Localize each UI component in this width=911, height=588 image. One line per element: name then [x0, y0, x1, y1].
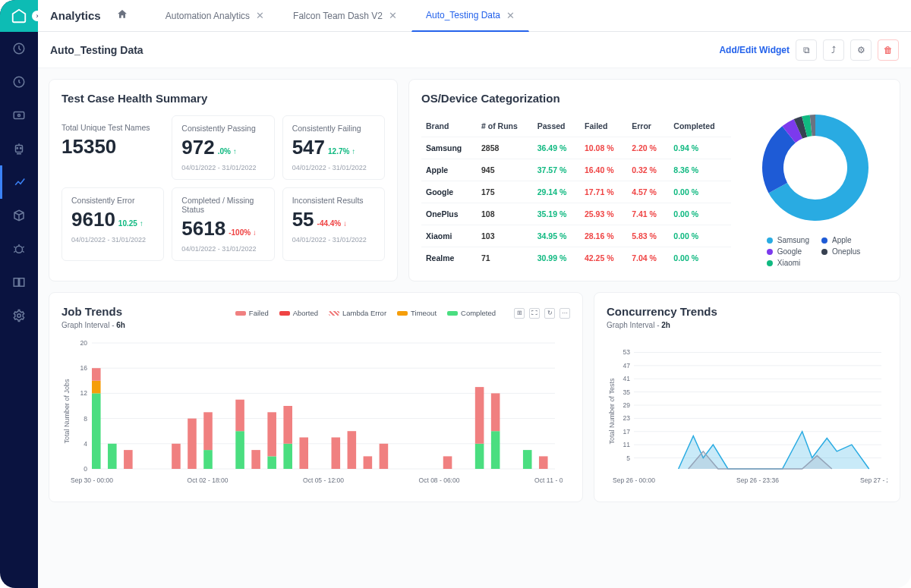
- stat-date: 04/01/2022 - 31/01/2022: [181, 245, 264, 253]
- svg-text:Oct 02 - 18:00: Oct 02 - 18:00: [188, 476, 229, 484]
- job-trends-card: Job Trends FailedAbortedLambda ErrorTime…: [49, 292, 583, 502]
- sidebar: ›: [0, 0, 38, 588]
- svg-rect-38: [235, 431, 244, 469]
- svg-text:Oct 08 - 06:00: Oct 08 - 06:00: [419, 476, 460, 484]
- sidebar-package-icon[interactable]: [0, 199, 38, 232]
- svg-rect-53: [491, 431, 500, 469]
- legend-item: Completed: [447, 309, 496, 317]
- job-trends-chart: 048121620Total Number of JobsSep 30 - 00…: [61, 335, 563, 487]
- donut-chart: [755, 107, 876, 228]
- logo[interactable]: ›: [0, 0, 38, 32]
- svg-text:4: 4: [84, 440, 87, 448]
- stat-date: 04/01/2022 - 31/01/2022: [181, 164, 264, 171]
- legend-item: Timeout: [397, 309, 437, 317]
- tab-automation-analytics[interactable]: Automation Analytics✕: [151, 0, 279, 32]
- dashboard-title: Auto_Testing Data: [50, 44, 143, 56]
- stat-value: 961010.25 ↑: [71, 208, 154, 231]
- close-icon[interactable]: ✕: [506, 10, 515, 21]
- sidebar-automation-icon[interactable]: [0, 132, 38, 165]
- svg-rect-55: [523, 450, 532, 469]
- copy-icon[interactable]: ⧉: [796, 39, 817, 61]
- table-row: Samsung285836.49 %10.08 %2.20 %0.94 %: [421, 137, 731, 159]
- job-legend: FailedAbortedLambda ErrorTimeoutComplete…: [235, 308, 570, 319]
- stat-date: 04/01/2022 - 31/01/2022: [292, 236, 375, 244]
- table-row: Apple94537.57 %16.40 %0.32 %8.36 %: [421, 159, 731, 181]
- stat-value: 5618-100% ↓: [181, 217, 264, 241]
- stat-box: Completed / Missing Status 5618-100% ↓ 0…: [172, 187, 274, 261]
- svg-text:Sep 26 - 23:36: Sep 26 - 23:36: [736, 476, 779, 484]
- svg-rect-50: [443, 456, 452, 469]
- sidebar-analytics-icon[interactable]: [0, 165, 38, 199]
- stat-box: Consistently Failing 54712.7% ↑ 04/01/20…: [282, 115, 385, 180]
- table-row: OnePlus10835.19 %25.93 %7.41 %0.00 %: [421, 203, 731, 225]
- svg-rect-29: [92, 393, 101, 469]
- sidebar-history-icon[interactable]: [0, 65, 38, 99]
- home-icon[interactable]: [116, 8, 128, 23]
- sidebar-realtime-icon[interactable]: [0, 99, 38, 132]
- svg-rect-36: [203, 450, 213, 469]
- donut-legend: SamsungAppleGoogleOneplusXiaomi: [767, 236, 865, 267]
- health-summary-card: Test Case Health Summary Total Unique Te…: [49, 79, 398, 281]
- svg-rect-45: [299, 438, 308, 470]
- svg-rect-40: [251, 450, 260, 469]
- tab-auto-testing-data[interactable]: Auto_Testing Data✕: [411, 0, 529, 32]
- share-icon[interactable]: ⤴: [823, 39, 844, 61]
- stat-value: 972.0% ↑: [181, 136, 264, 159]
- sidebar-dashboard-icon[interactable]: [0, 32, 38, 65]
- svg-rect-51: [475, 444, 484, 469]
- table-row: Xiaomi10334.95 %28.16 %5.83 %0.00 %: [421, 225, 731, 247]
- chart-control-icon[interactable]: ⋯: [560, 308, 570, 319]
- stat-value: 15350: [61, 135, 155, 159]
- svg-point-7: [16, 246, 23, 253]
- chart-control-icon[interactable]: ⊞: [514, 308, 525, 319]
- legend-item: Lambda Error: [329, 309, 386, 317]
- sidebar-window-icon[interactable]: [0, 266, 38, 299]
- stat-label: Consistently Failing: [292, 124, 375, 133]
- stat-box: Consistently Error 961010.25 ↑ 04/01/202…: [61, 187, 164, 261]
- concurrency-chart: 51117232935414753Total Number of TestsSe…: [607, 335, 887, 487]
- sidebar-bug-icon[interactable]: [0, 232, 38, 266]
- topbar: Analytics Automation Analytics✕ Falcon T…: [38, 0, 911, 32]
- subhead: Auto_Testing Data Add/Edit Widget ⧉ ⤴ ⚙ …: [38, 32, 911, 68]
- stat-label: Completed / Missing Status: [181, 196, 264, 214]
- svg-rect-43: [283, 444, 292, 469]
- svg-text:Sep 30 - 00:00: Sep 30 - 00:00: [71, 476, 113, 484]
- svg-text:Oct 11 - 00:00: Oct 11 - 00:00: [534, 476, 563, 484]
- close-icon[interactable]: ✕: [256, 10, 264, 21]
- logo-badge-icon: ›: [32, 11, 43, 21]
- page-title: Analytics: [50, 9, 101, 22]
- stat-delta: 10.25 ↑: [118, 219, 143, 228]
- svg-text:Total Number of Jobs: Total Number of Jobs: [63, 379, 71, 444]
- tabs: Automation Analytics✕ Falcon Team Dash V…: [151, 0, 529, 32]
- tab-falcon-team[interactable]: Falcon Team Dash V2✕: [279, 0, 411, 32]
- svg-text:0: 0: [84, 465, 87, 473]
- svg-text:17: 17: [623, 428, 631, 435]
- concurrency-card: Concurrency Trends Graph Interval - 2h 5…: [594, 292, 900, 502]
- stat-delta: -44.4% ↓: [317, 219, 347, 228]
- svg-point-3: [18, 115, 20, 117]
- stat-delta: .0% ↑: [218, 147, 237, 156]
- svg-text:41: 41: [623, 375, 631, 382]
- svg-rect-44: [283, 406, 292, 444]
- chart-control-icon[interactable]: ↻: [544, 308, 555, 319]
- card-title: Concurrency Trends: [607, 305, 887, 318]
- svg-rect-49: [380, 444, 389, 469]
- svg-rect-42: [267, 412, 276, 456]
- chart-control-icon[interactable]: ⛶: [529, 308, 540, 319]
- svg-rect-31: [92, 368, 101, 381]
- svg-rect-39: [235, 400, 244, 432]
- close-icon[interactable]: ✕: [389, 10, 397, 21]
- svg-point-5: [17, 148, 18, 149]
- svg-text:20: 20: [80, 339, 88, 347]
- card-title: Test Case Health Summary: [61, 92, 385, 105]
- svg-rect-37: [203, 412, 213, 450]
- delete-icon[interactable]: 🗑: [878, 39, 899, 61]
- svg-rect-52: [475, 387, 484, 444]
- sidebar-settings-icon[interactable]: [0, 299, 38, 332]
- stat-date: 04/01/2022 - 31/01/2022: [292, 164, 375, 171]
- add-edit-widget-button[interactable]: Add/Edit Widget: [719, 45, 790, 55]
- os-device-table: Brand# of RunsPassedFailedErrorCompleted…: [421, 115, 731, 269]
- legend-item: Failed: [235, 309, 269, 317]
- gear-icon[interactable]: ⚙: [850, 39, 872, 61]
- svg-rect-9: [20, 278, 24, 287]
